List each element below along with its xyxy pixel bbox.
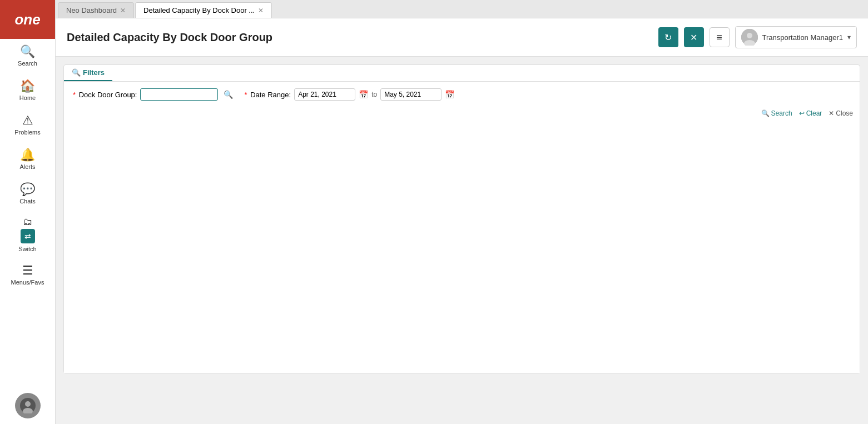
hamburger-icon: ≡ [716, 32, 722, 43]
menu-icon: ☰ [22, 265, 33, 277]
bell-icon: 🔔 [20, 149, 35, 161]
filter-tabs: 🔍 Filters [64, 65, 860, 82]
dock-door-group-input[interactable] [140, 88, 218, 101]
app-logo[interactable]: one [0, 0, 55, 39]
close-link[interactable]: ✕ Close [829, 109, 853, 117]
date-to-label: to [371, 91, 377, 98]
tab-detailed-capacity[interactable]: Detailed Capacity By Dock Door ... ✕ [135, 2, 272, 18]
sidebar-item-alerts[interactable]: 🔔 Alerts [0, 142, 55, 177]
sidebar-item-menus[interactable]: ☰ Menus/Favs [0, 258, 55, 292]
dock-door-group-field: * Dock Door Group: 🔍 [73, 88, 235, 101]
close-x-icon: ✕ [690, 32, 697, 43]
required-star: * [73, 91, 76, 99]
refresh-icon: ↻ [664, 32, 672, 43]
search-icon: 🔍 [20, 46, 35, 58]
sidebar-item-switch[interactable]: 🗂 ⇄ Switch [0, 211, 55, 258]
dock-door-group-label: * Dock Door Group: [73, 91, 137, 99]
page-header: Detailed Capacity By Dock Door Group ↻ ✕… [56, 18, 868, 57]
date-range-label: * Date Range: [244, 91, 291, 99]
tab-bar: Neo Dashboard ✕ Detailed Capacity By Doc… [56, 0, 868, 18]
content-area: 🔍 Filters * Dock Door Group: 🔍 [56, 57, 868, 424]
dock-door-search-icon: 🔍 [224, 90, 233, 99]
close-button[interactable]: ✕ [684, 27, 704, 47]
date-to-calendar-button[interactable]: 📅 [445, 90, 454, 99]
filter-tab-filters[interactable]: 🔍 Filters [64, 65, 112, 81]
date-from-calendar-button[interactable]: 📅 [359, 90, 368, 99]
tab-neo-dashboard[interactable]: Neo Dashboard ✕ [58, 2, 134, 18]
switch-icon-left: 🗂 [23, 217, 33, 227]
results-area [64, 123, 860, 373]
tab-close-neo-dashboard[interactable]: ✕ [120, 7, 126, 14]
user-dropdown[interactable]: Transportation Manager1 ▾ [735, 26, 857, 48]
calendar-from-icon: 📅 [359, 90, 368, 99]
sidebar-nav: 🔍 Search 🏠 Home ⚠ Problems 🔔 Alerts 💬 Ch… [0, 39, 55, 393]
page-title: Detailed Capacity By Dock Door Group [67, 31, 653, 44]
sidebar-item-chats[interactable]: 💬 Chats [0, 177, 55, 211]
menu-button[interactable]: ≡ [710, 27, 730, 47]
sidebar-item-search[interactable]: 🔍 Search [0, 39, 55, 73]
switch-icon-box: ⇄ [21, 229, 35, 243]
refresh-button[interactable]: ↻ [658, 27, 678, 47]
main-content: Neo Dashboard ✕ Detailed Capacity By Doc… [56, 0, 868, 424]
sidebar-item-home[interactable]: 🏠 Home [0, 73, 55, 108]
calendar-to-icon: 📅 [445, 90, 454, 99]
search-link[interactable]: 🔍 Search [761, 109, 792, 117]
filter-actions: 🔍 Search ↩ Clear ✕ Close [64, 107, 860, 123]
svg-point-1 [25, 401, 31, 407]
filter-panel: 🔍 Filters * Dock Door Group: 🔍 [63, 64, 860, 373]
sidebar-item-problems[interactable]: ⚠ Problems [0, 108, 55, 142]
clear-link[interactable]: ↩ Clear [799, 109, 822, 117]
dropdown-arrow-icon: ▾ [847, 33, 851, 41]
clear-action-icon: ↩ [799, 109, 805, 117]
filter-body: * Dock Door Group: 🔍 * Date Range: [64, 82, 860, 107]
sidebar: one 🔍 Search 🏠 Home ⚠ Problems 🔔 Alerts … [0, 0, 56, 424]
filter-tab-icon: 🔍 [72, 68, 81, 77]
tab-close-detailed-capacity[interactable]: ✕ [258, 7, 264, 14]
close-action-icon: ✕ [829, 109, 834, 117]
svg-point-4 [747, 33, 752, 38]
sidebar-avatar[interactable] [15, 393, 41, 418]
sidebar-bottom [0, 393, 55, 424]
warning-icon: ⚠ [22, 114, 33, 127]
date-range-field: * Date Range: 📅 to 📅 [244, 88, 454, 101]
user-name: Transportation Manager1 [762, 33, 844, 42]
search-action-icon: 🔍 [761, 109, 770, 117]
home-icon: 🏠 [20, 80, 35, 92]
date-from-input[interactable] [294, 88, 355, 101]
dock-door-group-search-button[interactable]: 🔍 [221, 89, 235, 100]
date-required-star: * [244, 91, 247, 99]
date-to-input[interactable] [380, 88, 442, 101]
chat-icon: 💬 [20, 183, 35, 196]
user-avatar [741, 29, 758, 46]
